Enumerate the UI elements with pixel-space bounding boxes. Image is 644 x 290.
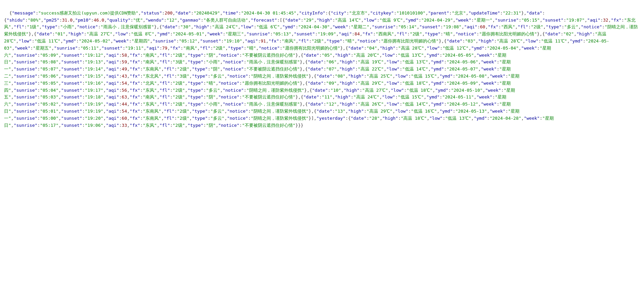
json-response-body: {"message":"success感谢又拍云(upyun.com)提供CDN…: [4, 3, 640, 129]
json-text: {"message":"success感谢又拍云(upyun.com)提供CDN…: [4, 10, 638, 128]
